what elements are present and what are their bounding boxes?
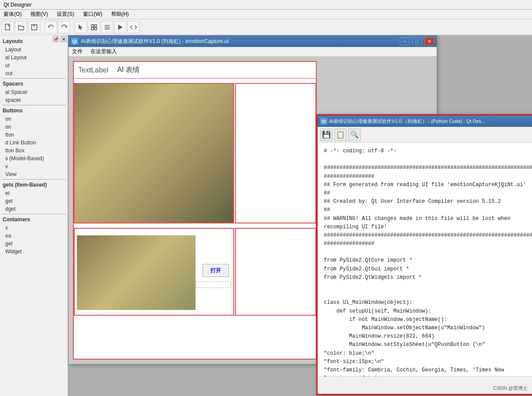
- menu-window[interactable]: 窗体(O): [2, 10, 23, 19]
- form-bottom-inner: [77, 235, 195, 310]
- sidebar-close-btn[interactable]: ✕: [61, 36, 67, 42]
- svg-rect-0: [5, 24, 10, 30]
- python-dialog-title-bar: Qt AI表情识别心理健康测试软件V1.0 （刘海虹） - [Python Co…: [318, 115, 532, 127]
- sidebar-item-view[interactable]: View: [0, 170, 68, 178]
- qt-title-text: AI表情识别心理健康测试软件V1.0 (刘海虹) - emotionCaptur…: [81, 38, 397, 45]
- sidebar-item-dget[interactable]: dget: [0, 205, 68, 213]
- qt-menu-file[interactable]: 文件: [70, 47, 84, 56]
- qt-title-bar: Qt AI表情识别心理健康测试软件V1.0 (刘海虹) - emotionCap…: [69, 36, 437, 47]
- form-label: TextLabel: [78, 66, 109, 74]
- tb-open-btn[interactable]: [15, 21, 27, 33]
- sidebar-section-containers: Containers: [0, 215, 68, 224]
- main-toolbar: [0, 19, 532, 35]
- python-toolbar: 💾 📋 🔍: [318, 127, 532, 143]
- tb-undo-btn[interactable]: [45, 21, 57, 33]
- sidebar-item-on2[interactable]: on: [0, 123, 68, 131]
- form-bottom-dashed: [196, 281, 231, 288]
- app-title-bar: Qt Designer: [0, 0, 532, 10]
- sidebar-item-btn-box[interactable]: tton Box: [0, 147, 68, 155]
- svg-marker-3: [79, 25, 83, 30]
- sidebar-item-out[interactable]: out: [0, 69, 68, 77]
- python-code-dialog: Qt AI表情识别心理健康测试软件V1.0 （刘海虹） - [Python Co…: [316, 114, 532, 395]
- sidebar-item-model-based[interactable]: s (Model-Based): [0, 155, 68, 162]
- python-copy-btn[interactable]: 📋: [334, 129, 347, 141]
- form-ai-label: AI 表情: [117, 65, 140, 75]
- sidebar-item-layout[interactable]: Layout: [0, 46, 68, 54]
- tb-layout-btn[interactable]: [88, 21, 100, 33]
- sidebar-item-al-spacer[interactable]: al Spacer: [0, 88, 68, 96]
- form-open-button[interactable]: 打开: [203, 264, 229, 277]
- sidebar-section-spacers: Spacers: [0, 79, 68, 88]
- menu-window2[interactable]: 窗口(W): [81, 10, 104, 19]
- tb-select-btn[interactable]: [75, 21, 87, 33]
- qt-menu-bar: 文件 在这里输入: [69, 47, 437, 57]
- sidebar-section-item-based: gets (Item-Based): [0, 180, 68, 189]
- python-dialog-icon: Qt: [320, 118, 327, 125]
- tb-redo-btn[interactable]: [58, 21, 70, 33]
- qt-minimize-btn[interactable]: ─: [400, 37, 409, 45]
- svg-rect-4: [91, 25, 94, 27]
- svg-rect-2: [33, 25, 35, 26]
- form-left-panel: [74, 83, 234, 223]
- svg-rect-5: [94, 25, 97, 27]
- ui-form-area: TextLabel AI 表情 打开: [73, 61, 317, 360]
- python-dialog-title: AI表情识别心理健康测试软件V1.0 （刘海虹） - [Python Code]…: [329, 118, 532, 125]
- sidebar-item-et[interactable]: et: [0, 189, 68, 197]
- sidebar-item-tton[interactable]: tton: [0, 131, 68, 139]
- main-layout: 📌 ✕ Layouts Layout al Layout ut out Spac…: [0, 35, 532, 396]
- sidebar-item-al-layout[interactable]: al Layout: [0, 54, 68, 61]
- svg-rect-6: [91, 28, 94, 30]
- sidebar-item-v[interactable]: v: [0, 162, 68, 170]
- qt-menu-input[interactable]: 在这里输入: [89, 47, 119, 56]
- sidebar-item-link-btn[interactable]: d Link Button: [0, 139, 68, 147]
- sidebar-item-ea[interactable]: ea: [0, 232, 68, 240]
- form-title-row: TextLabel AI 表情: [74, 62, 316, 79]
- app-title: Qt Designer: [4, 2, 32, 8]
- main-menu-bar: 窗体(O) 视图(V) 设置(S) 窗口(W) 帮助(H): [0, 10, 532, 19]
- qt-close-btn[interactable]: ✕: [424, 37, 434, 45]
- tb-save-btn[interactable]: [28, 21, 40, 33]
- menu-help[interactable]: 帮助(H): [109, 10, 131, 19]
- sidebar-item-get2[interactable]: get: [0, 240, 68, 248]
- sidebar-item-on1[interactable]: on: [0, 115, 68, 123]
- python-search-btn[interactable]: 🔍: [348, 129, 361, 141]
- tb-preview-btn[interactable]: [114, 21, 127, 33]
- menu-settings[interactable]: 设置(S): [55, 10, 76, 19]
- sidebar-item-spacer[interactable]: spacer: [0, 96, 68, 104]
- form-bottom-right: [235, 228, 316, 316]
- tb-align-btn[interactable]: [101, 21, 113, 33]
- tb-code-btn[interactable]: [127, 21, 140, 33]
- svg-marker-11: [118, 25, 123, 30]
- python-save-btn[interactable]: 💾: [320, 129, 333, 141]
- menu-view[interactable]: 视图(V): [29, 10, 50, 19]
- svg-rect-7: [94, 28, 97, 30]
- qt-maximize-btn[interactable]: □: [412, 37, 422, 45]
- canvas-area: Qt AI表情识别心理健康测试软件V1.0 (刘海虹) - emotionCap…: [68, 35, 532, 396]
- watermark: CSDN @雷博士: [493, 385, 528, 392]
- form-bottom-panel: 打开: [74, 228, 234, 316]
- sidebar-pin-btn[interactable]: 📌: [53, 36, 59, 42]
- sidebar-item-ut[interactable]: ut: [0, 61, 68, 69]
- python-code-text: # -*- coding: utf-8 -*- ################…: [318, 143, 532, 376]
- sidebar-section-buttons: Buttons: [0, 106, 68, 115]
- sidebar-item-x[interactable]: x: [0, 224, 68, 232]
- python-content-area: # -*- coding: utf-8 -*- ################…: [318, 143, 532, 376]
- qt-title-icon: Qt: [71, 38, 78, 45]
- form-right-panel: [235, 83, 316, 223]
- sidebar-item-widget[interactable]: Widget: [0, 248, 68, 256]
- sidebar-item-get[interactable]: get: [0, 197, 68, 205]
- tb-new-btn[interactable]: [2, 21, 14, 33]
- widget-sidebar: 📌 ✕ Layouts Layout al Layout ut out Spac…: [0, 35, 68, 396]
